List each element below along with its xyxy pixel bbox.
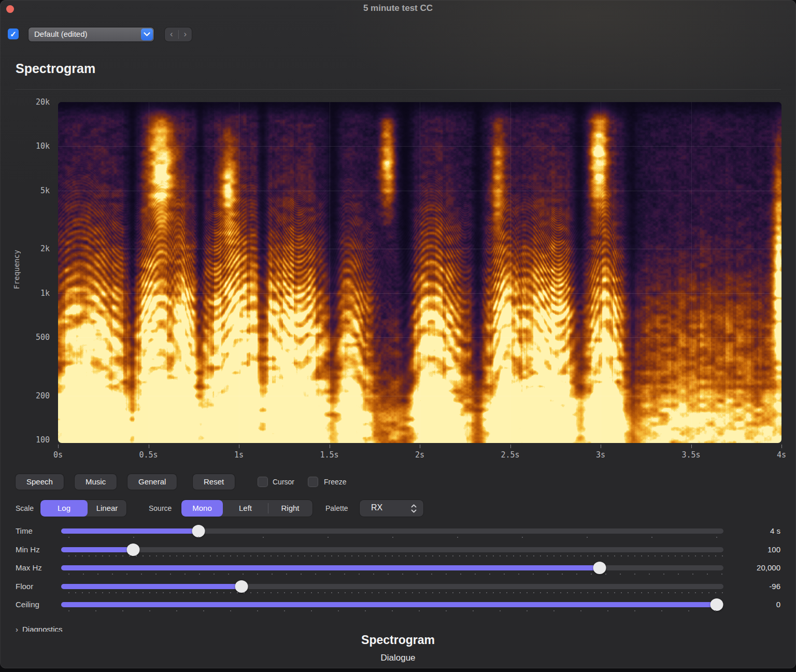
time-tick-label: 3s — [596, 450, 605, 460]
freeze-checkbox-label: Freeze — [324, 478, 347, 486]
app-root: 5 minute test CC ✓ Default (edited) ‹ › … — [0, 0, 796, 672]
source-right-segment[interactable]: Right — [268, 500, 312, 517]
slider-ticks — [68, 592, 723, 593]
heading-divider — [15, 89, 781, 90]
freq-tick-label: 2k — [16, 244, 50, 254]
slider-value: 20,000 — [718, 563, 780, 572]
time-tick-mark — [510, 445, 511, 448]
time-tick-label: 4s — [777, 450, 786, 460]
time-tick-label: 0s — [53, 450, 63, 460]
scale-segmented-control: Log Linear — [40, 500, 126, 517]
preset-forward-button[interactable]: › — [179, 27, 192, 41]
page-title: Spectrogram — [16, 61, 95, 76]
palette-popup-value: RX — [371, 503, 382, 512]
slider-ticks — [68, 574, 723, 575]
time-tick-mark — [149, 445, 149, 448]
slider-ticks — [68, 610, 723, 611]
slider-ticks — [68, 555, 723, 556]
diagnostics-disclosure[interactable]: ›Diagnostics — [16, 625, 171, 632]
time-tick-mark — [420, 445, 420, 448]
scale-linear-segment[interactable]: Linear — [88, 500, 126, 517]
freq-tick-label: 10k — [16, 141, 50, 151]
freq-tick-label: 20k — [16, 97, 50, 107]
freq-tick-label: 5k — [16, 185, 50, 196]
freq-tick-label: 100 — [16, 435, 50, 445]
speech-button[interactable]: Speech — [16, 474, 64, 490]
source-left-segment[interactable]: Left — [223, 500, 268, 517]
music-button[interactable]: Music — [75, 474, 117, 490]
slider-value: 100 — [718, 545, 780, 554]
general-button[interactable]: General — [127, 474, 177, 490]
freq-tick-label: 1k — [16, 288, 50, 298]
module-title: Spectrogram — [0, 633, 796, 647]
preset-nav-group: ‹ › — [165, 27, 192, 41]
chevron-right-icon: › — [16, 625, 18, 632]
time-tick-label: 2.5s — [501, 450, 519, 460]
source-mono-segment[interactable]: Mono — [181, 500, 223, 517]
slider-ticks — [68, 537, 723, 538]
spectrogram-plot[interactable] — [58, 102, 781, 443]
floor-slider[interactable] — [61, 584, 723, 589]
ceiling-slider[interactable] — [61, 602, 723, 607]
max-hz-slider[interactable] — [61, 565, 723, 570]
spectrogram-canvas[interactable] — [58, 102, 781, 443]
settings-window: 5 minute test CC ✓ Default (edited) ‹ › … — [0, 0, 796, 668]
palette-label: Palette — [325, 504, 348, 512]
time-tick-label: 2s — [415, 450, 424, 460]
chevron-up-down-icon — [411, 504, 417, 513]
slider-label: Max Hz — [16, 563, 42, 572]
time-slider[interactable] — [61, 528, 723, 534]
diagnostics-label: Diagnostics — [22, 625, 63, 632]
time-tick-label: 1s — [234, 450, 244, 460]
time-tick-label: 0.5s — [139, 450, 158, 460]
slider-thumb[interactable] — [593, 562, 606, 574]
source-label: Source — [149, 504, 172, 512]
window-title: 5 minute test CC — [0, 3, 796, 13]
time-tick-label: 3.5s — [681, 450, 700, 460]
freq-tick-label: 500 — [16, 332, 50, 342]
min-hz-slider[interactable] — [61, 547, 723, 552]
reset-button[interactable]: Reset — [193, 474, 235, 490]
freeze-checkbox[interactable] — [308, 477, 318, 487]
time-tick-mark — [691, 445, 692, 448]
preset-enable-checkbox[interactable]: ✓ — [8, 28, 19, 39]
time-tick-mark — [58, 445, 59, 448]
time-tick-label: 1.5s — [320, 450, 338, 460]
slider-label: Time — [16, 526, 33, 535]
time-tick-mark — [330, 445, 330, 448]
palette-popup[interactable]: RX — [360, 500, 423, 517]
chevron-down-icon[interactable] — [141, 28, 153, 40]
preset-dropdown-value: Default (edited) — [34, 30, 88, 38]
slider-label: Min Hz — [16, 545, 40, 554]
slider-value: 0 — [718, 600, 780, 609]
time-tick-mark — [781, 445, 782, 448]
preset-dropdown[interactable]: Default (edited) — [29, 27, 154, 41]
time-tick-mark — [601, 445, 601, 448]
scale-label: Scale — [16, 504, 34, 512]
slider-label: Ceiling — [16, 600, 39, 609]
slider-thumb[interactable] — [127, 544, 140, 556]
module-subtitle: Dialogue — [0, 653, 796, 663]
cursor-checkbox[interactable] — [258, 477, 268, 487]
scale-log-segment[interactable]: Log — [40, 500, 88, 517]
cursor-checkbox-label: Cursor — [273, 478, 294, 486]
slider-label: Floor — [16, 582, 33, 591]
preset-back-button[interactable]: ‹ — [165, 27, 178, 41]
freq-tick-label: 200 — [16, 391, 50, 401]
slider-value: -96 — [718, 582, 780, 591]
time-tick-mark — [239, 445, 239, 448]
slider-value: 4 s — [718, 526, 780, 535]
source-segmented-control: Mono Left Right — [181, 500, 312, 517]
slider-thumb[interactable] — [235, 580, 248, 593]
slider-thumb[interactable] — [192, 525, 205, 537]
